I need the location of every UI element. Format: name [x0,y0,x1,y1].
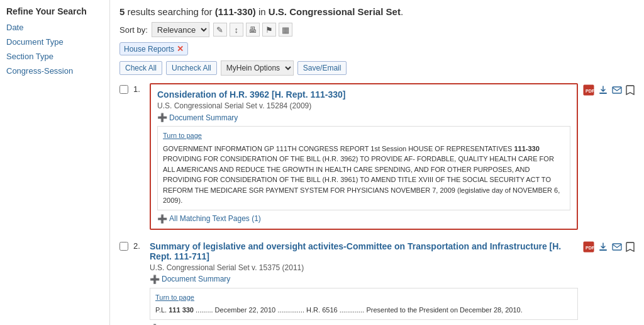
edit-icon[interactable]: ✎ [213,23,227,37]
snippet-text-1: GOVERNMENT INFORMATION GP 111TH CONGRESS… [163,145,560,205]
email-icon-1[interactable] [612,85,622,98]
result-number-1: 1. [133,84,145,94]
filter-row: House Reports ✕ [119,42,635,55]
sidebar-item-section-type[interactable]: Section Type [6,52,103,61]
svg-rect-2 [599,93,607,94]
right-icons-row-1: PDF [583,84,635,98]
results-count: 5 [119,6,125,17]
download-icon-2[interactable] [598,242,608,254]
toolbar-icons: ✎ ↕ 🖶 ⚑ ▦ [213,23,292,37]
email-icon-2[interactable] [612,242,622,254]
pdf-icon-2[interactable]: PDF [583,241,594,255]
sidebar: Refine Your Search Date Document Type Se… [0,0,110,325]
snippet-text-2: P.L. 111 330 ......... December 22, 2010… [155,306,523,314]
right-icons-row-2: PDF [583,241,635,255]
sort-label: Sort by: [119,25,148,35]
result-item-1: 1. Consideration of H.R. 3962 [H. Rept. … [119,83,635,230]
plus-icon-1: ➕ [157,113,167,122]
right-icons-1: PDF [583,83,635,98]
results-text: results searching for (111-330) in U.S. … [128,6,404,17]
filter-label: House Reports [124,45,174,54]
sidebar-item-congress-session[interactable]: Congress-Session [6,66,103,76]
snippet-box-1: Turn to page GOVERNMENT INFORMATION GP 1… [157,126,570,210]
right-icons-2: PDF [583,240,635,255]
result-number-2: 2. [133,241,145,251]
result-title-1[interactable]: Consideration of H.R. 3962 [H. Rept. 111… [157,89,570,100]
save-email-button[interactable]: Save/Email [297,61,347,75]
result-item-2: 2. Summary of legislative and oversight … [119,240,635,326]
sort-select[interactable]: Relevance [152,22,209,37]
grid-icon[interactable]: ▦ [279,23,292,37]
result-content-1: Consideration of H.R. 3962 [H. Rept. 111… [150,83,578,230]
turn-to-page-link-1[interactable]: Turn to page [163,130,565,141]
plus-icon-2: ➕ [150,275,160,284]
download-icon-1[interactable] [598,85,608,98]
sidebar-item-date[interactable]: Date [6,23,103,32]
doc-summary-2[interactable]: ➕ Document Summary [150,275,578,284]
svg-text:PDF: PDF [586,89,594,93]
result-plain-box-2: Summary of legislative and oversight act… [150,240,578,326]
bookmark-icon[interactable]: ⚑ [262,23,276,37]
check-all-button[interactable]: Check All [119,61,162,75]
turn-to-page-link-2[interactable]: Turn to page [155,292,572,303]
bookmark-icon-1[interactable] [626,85,635,98]
pdf-icon-1[interactable]: PDF [583,84,594,98]
result-content-2: Summary of legislative and oversight act… [150,240,578,326]
result-title-2[interactable]: Summary of legislative and oversight act… [150,241,578,261]
myhein-options-select[interactable]: MyHein Options [221,60,294,76]
doc-summary-1[interactable]: ➕ Document Summary [157,113,570,122]
svg-rect-7 [613,244,621,250]
active-filter-badge[interactable]: House Reports ✕ [119,42,188,55]
matching-plus-icon-1: ➕ [157,214,167,224]
result-checkbox-1[interactable] [119,85,128,94]
uncheck-all-button[interactable]: Uncheck All [166,61,217,75]
svg-rect-6 [599,249,607,251]
sort-icon[interactable]: ↕ [230,23,243,37]
result-checkbox-2[interactable] [119,242,128,251]
matching-pages-1[interactable]: ➕ All Matching Text Pages (1) [157,214,570,224]
result-subtitle-2: U.S. Congressional Serial Set v. 15375 (… [150,263,578,272]
bookmark-icon-2[interactable] [626,242,635,254]
sort-row: Sort by: Relevance ✎ ↕ 🖶 ⚑ ▦ [119,22,635,37]
main-content: 5 results searching for (111-330) in U.S… [110,0,644,325]
result-subtitle-1: U.S. Congressional Serial Set v. 15284 (… [157,101,570,110]
svg-text:PDF: PDF [586,246,594,250]
result-highlighted-box-1: Consideration of H.R. 3962 [H. Rept. 111… [150,83,578,230]
print-icon[interactable]: 🖶 [246,23,260,37]
sidebar-item-document-type[interactable]: Document Type [6,37,103,47]
remove-filter-icon[interactable]: ✕ [177,44,184,54]
svg-rect-3 [613,87,621,93]
results-title: 5 results searching for (111-330) in U.S… [119,6,635,17]
action-row: Check All Uncheck All MyHein Options Sav… [119,60,635,76]
sidebar-title: Refine Your Search [6,6,103,16]
snippet-box-2: Turn to page P.L. 111 330 ......... Dece… [150,288,578,320]
